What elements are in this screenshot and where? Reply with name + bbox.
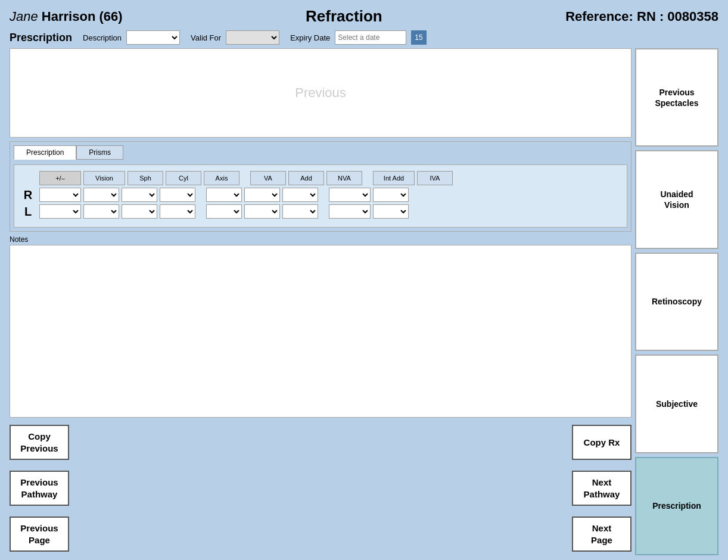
- cyl-col-header: Cyl: [166, 171, 201, 185]
- r-nva-select[interactable]: [282, 188, 318, 202]
- previous-pathway-button[interactable]: Previous Pathway: [10, 471, 69, 506]
- l-axis-select[interactable]: [160, 204, 195, 219]
- copy-previous-button[interactable]: Copy Previous: [10, 425, 69, 460]
- sidebar-prescription[interactable]: Prescription: [635, 457, 718, 555]
- plus-minus-toggle[interactable]: +/–: [39, 171, 81, 185]
- expiry-date-input[interactable]: [335, 30, 406, 45]
- next-pathway-button[interactable]: Next Pathway: [572, 471, 631, 506]
- prescription-label: Prescription: [10, 32, 72, 44]
- l-label: L: [19, 205, 37, 219]
- sidebar-retinoscopy[interactable]: Retinoscopy: [635, 253, 718, 351]
- previous-page-button[interactable]: Previous Page: [10, 517, 69, 552]
- r-va-select[interactable]: [206, 188, 242, 202]
- r-iva-select[interactable]: [373, 188, 409, 202]
- axis-col-header: Axis: [204, 171, 239, 185]
- calendar-button[interactable]: 15: [411, 30, 426, 45]
- r-sph-select[interactable]: [83, 188, 119, 202]
- description-label: Description: [83, 33, 122, 42]
- l-nva-select[interactable]: [282, 204, 318, 219]
- sidebar-previous-spectacles[interactable]: Previous Spectacles: [635, 48, 718, 147]
- sph-col-header: Sph: [127, 171, 163, 185]
- patient-name: Jane Harrison (66): [10, 9, 123, 24]
- r-cyl-select[interactable]: [122, 188, 157, 202]
- r-axis-select[interactable]: [160, 188, 195, 202]
- valid-for-label: Valid For: [191, 33, 221, 42]
- iva-col-header: IVA: [417, 171, 453, 185]
- vision-col-header: Vision: [83, 171, 125, 185]
- r-add-select[interactable]: [244, 188, 280, 202]
- tabs-row: Prescription Prisms: [14, 145, 627, 160]
- l-cyl-select[interactable]: [122, 204, 157, 219]
- prescription-form: +/– Vision Sph Cyl Axis VA Add NVA Int A…: [14, 164, 627, 228]
- description-select[interactable]: [126, 30, 180, 45]
- l-vision-select[interactable]: [39, 204, 81, 219]
- page-title: Refraction: [306, 7, 382, 26]
- l-va-select[interactable]: [206, 204, 242, 219]
- previous-display: Previous: [10, 48, 631, 138]
- l-iva-select[interactable]: [373, 204, 409, 219]
- l-sph-select[interactable]: [83, 204, 119, 219]
- r-vision-select[interactable]: [39, 188, 81, 202]
- r-intadd-select[interactable]: [329, 188, 371, 202]
- notes-input[interactable]: [10, 245, 631, 418]
- next-page-button[interactable]: Next Page: [572, 517, 631, 552]
- reference-number: Reference: RN : 0080358: [565, 9, 718, 24]
- notes-label: Notes: [10, 235, 631, 244]
- l-add-select[interactable]: [244, 204, 280, 219]
- sidebar-unaided-vision[interactable]: Unaided Vision: [635, 150, 718, 248]
- intadd-col-header: Int Add: [373, 171, 415, 185]
- nva-col-header: NVA: [326, 171, 362, 185]
- r-label: R: [19, 188, 37, 202]
- va-col-header: VA: [250, 171, 286, 185]
- add-col-header: Add: [288, 171, 324, 185]
- tab-prescription[interactable]: Prescription: [14, 145, 76, 160]
- copy-rx-button[interactable]: Copy Rx: [572, 425, 631, 460]
- tab-prisms[interactable]: Prisms: [76, 145, 123, 160]
- sidebar-subjective[interactable]: Subjective: [635, 354, 718, 453]
- valid-for-select[interactable]: [226, 30, 279, 45]
- l-intadd-select[interactable]: [329, 204, 371, 219]
- expiry-label: Expiry Date: [290, 33, 330, 42]
